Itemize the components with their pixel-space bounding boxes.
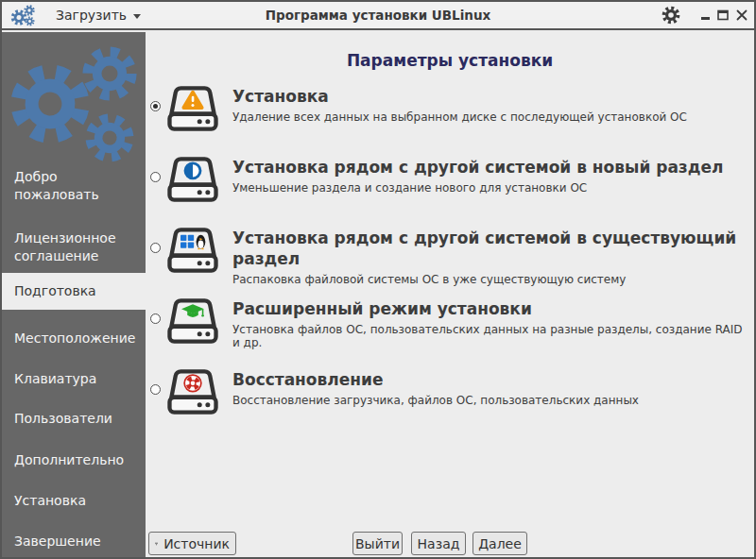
- sidebar-item-preparation[interactable]: Подготовка: [2, 273, 146, 310]
- option-title: Расширенный режим установки: [232, 298, 750, 319]
- main-content: Параметры установки Установка Удаление в…: [146, 32, 754, 557]
- big-gears-logo: [2, 38, 146, 170]
- sidebar-item-installation[interactable]: Установка: [2, 490, 146, 512]
- option-new-partition[interactable]: Установка рядом с другой системой в новы…: [147, 156, 750, 216]
- option-description: Удаление всех данных на выбранном диске …: [232, 110, 687, 124]
- source-button-label: Источник: [163, 536, 230, 551]
- disk-erase-warning-icon: [165, 85, 220, 132]
- disk-recovery-lifebuoy-icon: [165, 368, 220, 415]
- option-description: Установка файлов ОС, пользовательских да…: [232, 323, 750, 349]
- back-button[interactable]: Назад: [411, 532, 466, 555]
- option-title: Установка: [232, 86, 687, 107]
- maximize-button[interactable]: [717, 9, 729, 21]
- minimize-icon: [701, 17, 710, 20]
- radio-advanced-mode[interactable]: [150, 313, 161, 324]
- page-title: Параметры установки: [146, 51, 754, 70]
- app-gears-icon: [10, 4, 36, 26]
- sidebar-item-users[interactable]: Пользователи: [2, 408, 146, 430]
- window-title: Программа установки UBLinux: [144, 8, 612, 23]
- sidebar-item-additional[interactable]: Дополнительно: [2, 449, 146, 471]
- option-existing-partition[interactable]: Установка рядом с другой системой в суще…: [147, 227, 750, 287]
- sidebar-item-finish[interactable]: Завершение: [2, 531, 146, 552]
- close-icon: [736, 9, 747, 21]
- option-description: Распаковка файловой системы ОС в уже сущ…: [232, 273, 750, 286]
- maximize-icon: [717, 9, 729, 21]
- radio-existing-partition[interactable]: [150, 243, 161, 253]
- settings-gear-icon[interactable]: [662, 6, 680, 25]
- option-title: Восстановление: [232, 369, 639, 390]
- sidebar-item-license[interactable]: Лицензионное соглашение: [2, 228, 146, 266]
- disk-dualboot-windows-linux-icon: [165, 227, 220, 274]
- next-button[interactable]: Далее: [472, 532, 527, 555]
- option-title: Установка рядом с другой системой в новы…: [232, 157, 723, 178]
- disk-shrink-partition-icon: [165, 156, 220, 203]
- back-button-label: Назад: [418, 536, 460, 551]
- installer-window: Загрузить Программа установки UBLinux: [0, 0, 756, 559]
- radio-recovery[interactable]: [150, 384, 161, 395]
- radio-install[interactable]: [150, 101, 161, 111]
- sidebar-item-welcome[interactable]: Добро пожаловать: [2, 166, 146, 205]
- close-button[interactable]: [736, 9, 747, 21]
- source-button[interactable]: Источник: [148, 532, 236, 555]
- titlebar: Загрузить Программа установки UBLinux: [2, 2, 754, 30]
- option-advanced-mode[interactable]: Расширенный режим установки Установка фа…: [147, 297, 750, 358]
- chevron-down-icon: [133, 14, 141, 19]
- radio-new-partition[interactable]: [150, 172, 161, 182]
- sidebar-item-location[interactable]: Местоположение: [2, 328, 146, 349]
- load-dropdown-button[interactable]: Загрузить: [56, 8, 141, 23]
- option-title: Установка рядом с другой системой в суще…: [232, 228, 750, 269]
- load-dropdown-label: Загрузить: [56, 8, 127, 23]
- sidebar: Добро пожаловать Лицензионное соглашение…: [2, 32, 146, 557]
- option-install[interactable]: Установка Удаление всех данных на выбран…: [147, 85, 750, 145]
- option-description: Уменьшение раздела и создание нового для…: [232, 181, 723, 195]
- disk-advanced-graduate-icon: [165, 297, 220, 345]
- sidebar-item-keyboard[interactable]: Клавиатура: [2, 368, 146, 390]
- option-recovery[interactable]: Восстановление Восстановление загрузчика…: [147, 368, 750, 429]
- minimize-button[interactable]: [701, 10, 710, 20]
- next-button-label: Далее: [478, 536, 522, 551]
- exit-button-label: Выйти: [355, 536, 400, 551]
- network-source-icon: [155, 537, 158, 551]
- exit-button[interactable]: Выйти: [352, 532, 403, 555]
- option-description: Восстановление загрузчика, файлов ОС, по…: [232, 394, 639, 407]
